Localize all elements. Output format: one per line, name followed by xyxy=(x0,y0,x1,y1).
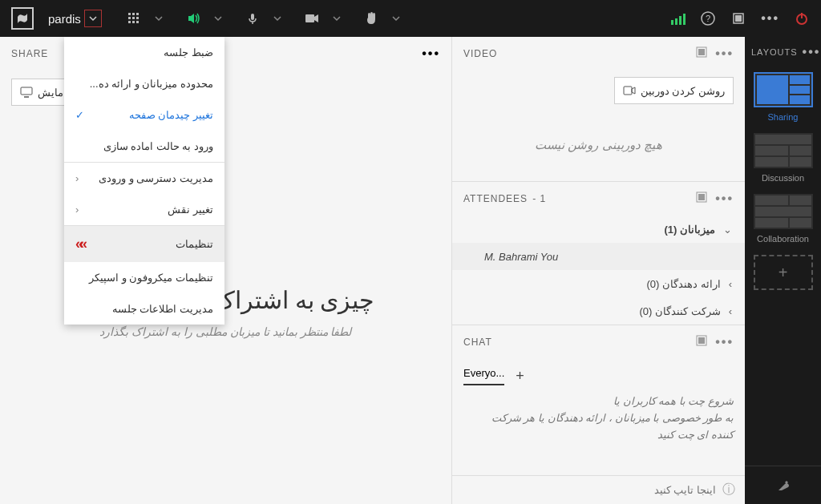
monitor-icon xyxy=(20,87,33,98)
svg-rect-0 xyxy=(128,13,131,15)
svg-rect-17 xyxy=(21,87,32,95)
chevron-down-icon: ⌄ xyxy=(723,224,732,236)
chat-title: CHAT xyxy=(463,337,492,348)
chevron-left-icon: ‹ xyxy=(75,204,79,216)
svg-rect-22 xyxy=(698,49,705,55)
layouts-title: LAYOUTS xyxy=(751,47,798,57)
share-options-icon[interactable]: ••• xyxy=(422,46,440,61)
dd-record[interactable]: ضبط جلسه xyxy=(64,37,224,68)
room-name: pardis xyxy=(48,12,81,26)
info-icon: ⓘ xyxy=(722,482,735,498)
dd-meeting-info[interactable]: مدیریت اطلاعات جلسه xyxy=(64,293,224,325)
svg-rect-8 xyxy=(136,21,139,23)
camera-icon xyxy=(623,86,636,95)
chevron-down-icon[interactable] xyxy=(155,14,163,22)
svg-rect-5 xyxy=(136,17,139,19)
share-pod: SHARE ••• مایش تخته سفید چیزی به اشتراک … xyxy=(0,37,452,504)
video-pod: VIDEO ••• روشن کردن دوربین هیچ دوربینی ر… xyxy=(452,37,745,182)
share-title: SHARE xyxy=(11,48,48,59)
chevron-down-icon[interactable] xyxy=(214,14,222,22)
room-menu-toggle[interactable] xyxy=(84,10,102,27)
layouts-options-icon[interactable]: ••• xyxy=(803,45,821,59)
speaker-icon[interactable] xyxy=(185,10,201,26)
start-camera-button[interactable]: روشن کردن دوربین xyxy=(614,77,734,104)
layout-discussion[interactable] xyxy=(754,133,813,168)
chat-pod: CHAT ••• Everyo... + شروع چت با همه کارب… xyxy=(452,325,745,504)
more-icon[interactable]: ••• xyxy=(761,11,779,26)
add-layout-button[interactable]: + xyxy=(754,255,813,290)
svg-rect-25 xyxy=(698,194,705,200)
svg-rect-7 xyxy=(132,21,135,23)
chat-options-icon[interactable]: ••• xyxy=(715,335,734,349)
mic-icon[interactable] xyxy=(245,10,261,26)
camera-icon[interactable] xyxy=(304,10,320,26)
layout-tools-icon[interactable] xyxy=(745,466,821,504)
attendees-options-icon[interactable]: ••• xyxy=(715,192,734,206)
help-icon[interactable]: ? xyxy=(700,10,716,26)
svg-rect-10 xyxy=(305,14,314,22)
layout-label: Discussion xyxy=(762,173,804,183)
attendee-group-participants[interactable]: › شرکت کنندگان (0) xyxy=(452,297,745,325)
chevron-down-icon[interactable] xyxy=(392,14,400,22)
video-title: VIDEO xyxy=(463,48,497,59)
chevron-right-icon: › xyxy=(729,305,732,317)
connection-bars-icon[interactable] xyxy=(671,12,686,25)
share-screen-button[interactable]: مایش xyxy=(11,79,72,106)
attendees-count: - 1 xyxy=(532,193,546,204)
svg-rect-4 xyxy=(132,17,135,19)
maximize-icon[interactable] xyxy=(696,192,707,206)
svg-rect-23 xyxy=(624,87,632,95)
fullscreen-icon[interactable] xyxy=(730,10,746,26)
power-icon[interactable] xyxy=(794,10,810,26)
double-arrow-icon: »» xyxy=(75,236,83,252)
attendees-pod: ATTENDEES - 1 ••• ⌄ میزبانان (1) M. Bahr… xyxy=(452,182,745,325)
dd-settings[interactable]: تنظیمات »» xyxy=(64,225,224,262)
attendees-title: ATTENDEES xyxy=(463,193,528,204)
video-empty-text: هیچ دوربینی روشن نیست xyxy=(452,111,745,165)
svg-rect-9 xyxy=(251,14,254,20)
svg-rect-14 xyxy=(735,15,742,22)
svg-text:?: ? xyxy=(706,14,710,23)
attendee-group-presenters[interactable]: › ارائه دهندگان (0) xyxy=(452,270,745,297)
svg-rect-27 xyxy=(698,337,705,344)
dd-manage-access[interactable]: مدیریت دسترسی و ورودی ‹ xyxy=(64,162,224,194)
app-logo xyxy=(11,7,34,30)
maximize-icon[interactable] xyxy=(696,335,707,349)
layout-sharing[interactable] xyxy=(754,72,813,107)
chat-input[interactable] xyxy=(462,484,716,496)
add-chat-tab-icon[interactable]: + xyxy=(516,368,524,385)
svg-rect-1 xyxy=(132,13,135,15)
top-bar: pardis ? xyxy=(0,0,821,37)
chat-tab-everyone[interactable]: Everyo... xyxy=(463,367,504,385)
video-options-icon[interactable]: ••• xyxy=(715,46,734,61)
chevron-down-icon[interactable] xyxy=(333,14,341,22)
dd-prepare-mode[interactable]: ورود به حالت اماده سازی xyxy=(64,131,224,162)
raise-hand-icon[interactable] xyxy=(363,10,379,26)
check-icon: ✓ xyxy=(75,109,84,121)
dd-mic-speaker[interactable]: تنظیمات میکروفون و اسپیکر xyxy=(64,262,224,293)
chevron-down-icon[interactable] xyxy=(273,14,281,22)
dd-change-role[interactable]: تغییر نقش ‹ xyxy=(64,194,224,225)
layout-label: Collaboration xyxy=(757,234,809,244)
share-empty-sub: لطفا منتظر بمانید تا میزبان مطلبی را به … xyxy=(24,325,427,338)
attendee-group-hosts[interactable]: ⌄ میزبانان (1) xyxy=(452,216,745,243)
svg-rect-6 xyxy=(128,21,131,23)
attendee-person[interactable]: M. Bahrami You xyxy=(452,243,745,270)
room-dropdown-menu: ضبط جلسه محدوده میزبانان و ارائه ده... ت… xyxy=(64,37,224,325)
chevron-right-icon: › xyxy=(729,278,732,290)
chevron-left-icon: ‹ xyxy=(75,172,79,184)
layout-label: Sharing xyxy=(768,112,799,122)
layout-collaboration[interactable] xyxy=(754,194,813,229)
grid-apps-icon[interactable] xyxy=(126,10,142,26)
svg-rect-3 xyxy=(128,17,131,19)
dd-host-presenter-area[interactable]: محدوده میزبانان و ارائه ده... xyxy=(64,68,224,99)
layouts-panel: LAYOUTS ••• Sharing Discussion Collabora… xyxy=(745,37,821,504)
chat-empty-text: شروع چت با همه کاربران یا به طور خصوصی ب… xyxy=(452,385,745,475)
maximize-icon[interactable] xyxy=(696,46,707,61)
dd-change-layout[interactable]: تغییر چیدمان صفحه ✓ xyxy=(64,99,224,131)
svg-rect-2 xyxy=(136,13,139,15)
